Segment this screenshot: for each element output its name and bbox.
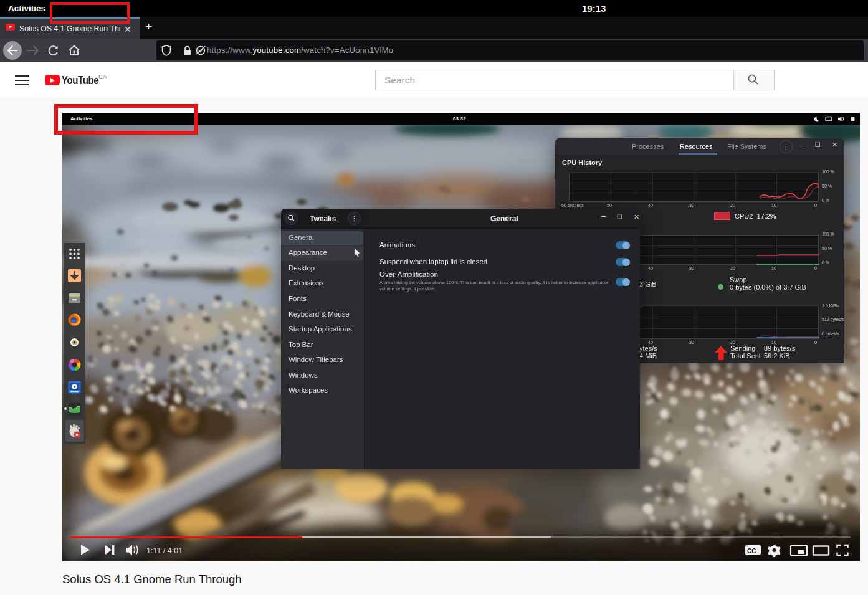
svg-text:1:11 / 4:01: 1:11 / 4:01: [146, 546, 183, 555]
svg-text:CC: CC: [747, 548, 756, 555]
